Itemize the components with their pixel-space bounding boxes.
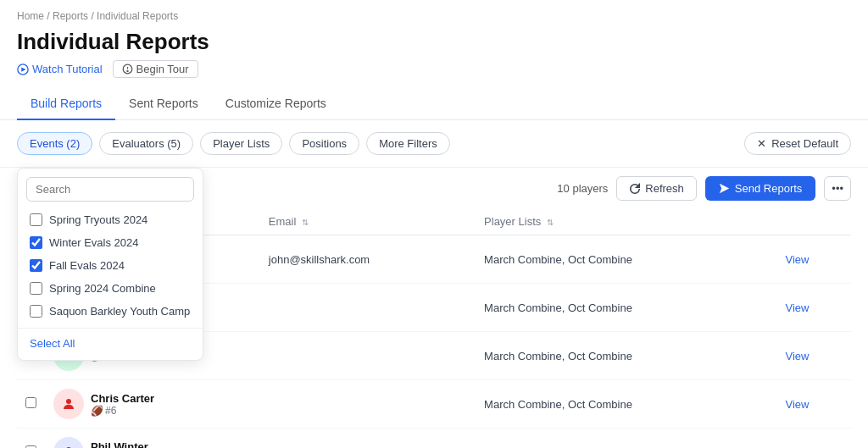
- col-player-lists[interactable]: Player Lists ⇅: [476, 207, 776, 235]
- view-link-2[interactable]: View: [785, 301, 809, 314]
- filters-row: Events (2) Evaluators (5) Player Lists P…: [0, 120, 868, 168]
- breadcrumb-current: Individual Reports: [97, 10, 178, 22]
- email-cell-4: [260, 380, 476, 429]
- dropdown-item-fall-evals[interactable]: Fall Evals 2024: [18, 254, 203, 277]
- player-lists-cell-3: March Combine, Oct Combine: [476, 332, 776, 380]
- svg-point-4: [127, 70, 128, 71]
- filter-evaluators[interactable]: Evaluators (5): [99, 132, 193, 155]
- col-email[interactable]: Email ⇅: [260, 207, 476, 235]
- dropdown-search-input[interactable]: [26, 177, 194, 202]
- tab-customize-reports[interactable]: Customize Reports: [212, 88, 340, 120]
- dropdown-divider: [18, 328, 203, 329]
- checkbox-fall-evals[interactable]: [30, 259, 42, 272]
- filter-player-lists[interactable]: Player Lists: [200, 132, 282, 155]
- tabs-bar: Build Reports Sent Reports Customize Rep…: [0, 88, 868, 120]
- checkbox-saquon[interactable]: [30, 305, 42, 318]
- email-cell-2: [260, 284, 476, 332]
- watch-tutorial-button[interactable]: Watch Tutorial: [17, 63, 103, 75]
- tab-sent-reports[interactable]: Sent Reports: [115, 88, 212, 120]
- ellipsis-icon: •••: [832, 182, 843, 195]
- player-name-4: Chris Carter: [91, 392, 154, 405]
- player-count: 10 players: [557, 182, 608, 195]
- player-lists-cell-4: March Combine, Oct Combine: [476, 380, 776, 429]
- header-actions: Watch Tutorial Begin Tour: [17, 60, 851, 78]
- player-lists-cell-1: March Combine, Oct Combine: [476, 235, 776, 284]
- email-cell-3: [260, 332, 476, 380]
- reset-default-button[interactable]: ✕ Reset Default: [744, 132, 851, 155]
- dropdown-item-spring-combine[interactable]: Spring 2024 Combine: [18, 277, 203, 300]
- select-all-link[interactable]: Select All: [18, 334, 203, 353]
- player-cell-5: Phil Winter 🏈#7: [45, 429, 260, 449]
- col-action: [776, 207, 851, 235]
- svg-marker-1: [21, 67, 25, 71]
- view-link-4[interactable]: View: [785, 398, 809, 411]
- table-row: Phil Winter 🏈#7 March Combine, Oct Combi…: [17, 429, 851, 449]
- svg-marker-5: [720, 184, 729, 193]
- refresh-icon: [629, 183, 641, 195]
- filter-positions[interactable]: Positions: [289, 132, 359, 155]
- email-cell-5: [260, 429, 476, 449]
- events-dropdown: Spring Tryouts 2024 Winter Evals 2024 Fa…: [17, 168, 203, 361]
- svg-point-9: [66, 399, 71, 404]
- player-lists-cell-5: March Combine, Oct Combine: [476, 429, 776, 449]
- checkbox-spring-tryouts[interactable]: [30, 213, 42, 226]
- filter-more-filters[interactable]: More Filters: [366, 132, 450, 155]
- player-lists-cell-2: March Combine, Oct Combine: [476, 284, 776, 332]
- avatar-5: [53, 437, 84, 448]
- jersey-icon-4: 🏈: [91, 405, 103, 417]
- play-icon: [17, 64, 29, 75]
- checkbox-winter-evals[interactable]: [30, 236, 42, 249]
- player-name-5: Phil Winter: [91, 440, 148, 449]
- main-content: Spring Tryouts 2024 Winter Evals 2024 Fa…: [0, 168, 868, 448]
- row-checkbox-4[interactable]: [25, 397, 36, 408]
- breadcrumb-home[interactable]: Home: [17, 10, 44, 22]
- view-link-3[interactable]: View: [785, 350, 809, 362]
- player-lists-sort-icon: ⇅: [547, 218, 554, 227]
- player-cell-4: Chris Carter 🏈#6: [45, 380, 260, 429]
- refresh-button[interactable]: Refresh: [616, 176, 697, 201]
- x-icon: ✕: [757, 137, 766, 150]
- email-cell-1: john@skillshark.com: [260, 235, 476, 284]
- checkbox-spring-combine[interactable]: [30, 282, 42, 295]
- send-icon: [719, 183, 730, 194]
- more-options-button[interactable]: •••: [824, 176, 851, 201]
- view-link-1[interactable]: View: [785, 253, 809, 266]
- tab-build-reports[interactable]: Build Reports: [17, 88, 115, 120]
- page-header: Individual Reports Watch Tutorial Begin …: [0, 25, 868, 88]
- tour-icon: [122, 64, 133, 75]
- avatar-4: [53, 389, 84, 419]
- dropdown-item-spring-tryouts[interactable]: Spring Tryouts 2024: [18, 208, 203, 231]
- breadcrumb: Home / Reports / Individual Reports: [0, 0, 868, 25]
- table-row: Chris Carter 🏈#6 March Combine, Oct Comb…: [17, 380, 851, 429]
- begin-tour-button[interactable]: Begin Tour: [113, 60, 198, 78]
- send-reports-button[interactable]: Send Reports: [705, 176, 816, 201]
- page-title: Individual Reports: [17, 29, 851, 55]
- dropdown-item-winter-evals[interactable]: Winter Evals 2024: [18, 231, 203, 254]
- filter-events[interactable]: Events (2): [17, 132, 92, 155]
- breadcrumb-reports[interactable]: Reports: [53, 10, 88, 22]
- dropdown-item-saquon[interactable]: Saquon Barkley Youth Camp: [18, 300, 203, 323]
- email-sort-icon: ⇅: [302, 218, 309, 227]
